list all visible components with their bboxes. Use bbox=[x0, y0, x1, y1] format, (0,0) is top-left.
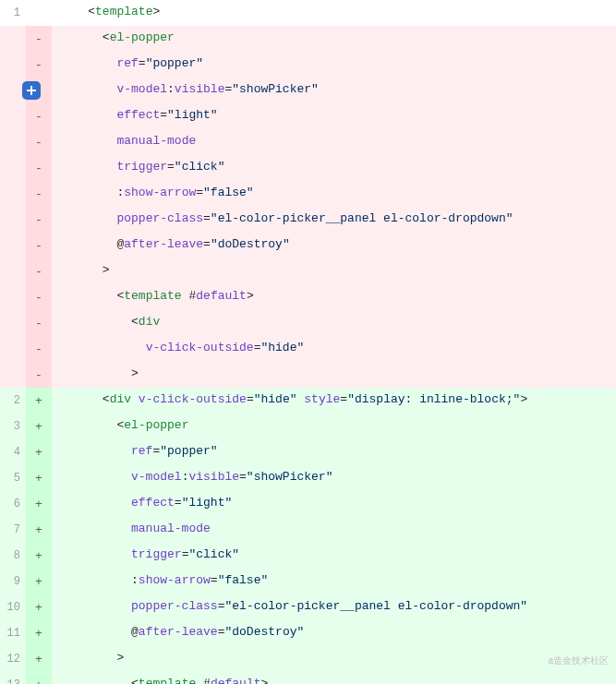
code-content: <el-popper bbox=[52, 414, 616, 439]
line-number bbox=[0, 310, 26, 336]
diff-marker: - bbox=[26, 52, 52, 78]
code-content: popper-class="el-color-picker__panel el-… bbox=[52, 207, 616, 233]
diff-marker: + bbox=[26, 465, 52, 491]
code-content: <template #default> bbox=[52, 672, 616, 684]
diff-marker: - bbox=[26, 26, 52, 52]
diff-line[interactable]: 11+ @after-leave="doDestroy" bbox=[0, 620, 616, 646]
code-content: > bbox=[52, 646, 616, 672]
code-content: manual-mode bbox=[52, 129, 616, 155]
diff-line[interactable]: - popper-class="el-color-picker__panel e… bbox=[0, 207, 616, 233]
diff-marker: - bbox=[26, 103, 52, 129]
line-number: 8 bbox=[0, 543, 26, 569]
diff-line[interactable]: - v-model:visible="showPicker" bbox=[0, 78, 616, 103]
line-number bbox=[0, 284, 26, 310]
diff-view: 1 <template>- <el-popper- ref="popper"- … bbox=[0, 0, 616, 684]
diff-marker: + bbox=[26, 543, 52, 569]
diff-marker: - bbox=[26, 207, 52, 233]
diff-line[interactable]: - <div bbox=[0, 310, 616, 336]
line-number bbox=[0, 207, 26, 233]
code-content: <div bbox=[52, 310, 616, 336]
diff-line[interactable]: - effect="light" bbox=[0, 103, 616, 129]
code-content: <el-popper bbox=[52, 26, 616, 52]
line-number: 7 bbox=[0, 517, 26, 543]
code-content: <div v-click-outside="hide" style="displ… bbox=[52, 388, 616, 414]
diff-line[interactable]: 1 <template> bbox=[0, 0, 616, 26]
diff-marker: + bbox=[26, 414, 52, 439]
code-content: popper-class="el-color-picker__panel el-… bbox=[52, 594, 616, 620]
line-number: 13 bbox=[0, 672, 26, 684]
code-content: trigger="click" bbox=[52, 155, 616, 181]
diff-marker: + bbox=[26, 569, 52, 594]
code-content: v-click-outside="hide" bbox=[52, 336, 616, 362]
diff-line[interactable]: - > bbox=[0, 362, 616, 388]
diff-marker: + bbox=[26, 672, 52, 684]
diff-marker: + bbox=[26, 439, 52, 465]
line-number: 1 bbox=[0, 0, 26, 26]
plus-icon bbox=[26, 85, 37, 96]
expand-button[interactable] bbox=[22, 81, 41, 100]
code-content: manual-mode bbox=[52, 517, 616, 543]
line-number: 6 bbox=[0, 491, 26, 517]
diff-line[interactable]: 12+ > bbox=[0, 646, 616, 672]
diff-marker bbox=[26, 0, 52, 26]
line-number bbox=[0, 129, 26, 155]
diff-marker: - bbox=[26, 362, 52, 388]
line-number bbox=[0, 103, 26, 129]
line-number: 10 bbox=[0, 594, 26, 620]
diff-marker: - bbox=[26, 129, 52, 155]
diff-line[interactable]: - manual-mode bbox=[0, 129, 616, 155]
code-content: ref="popper" bbox=[52, 52, 616, 78]
diff-line[interactable]: 9+ :show-arrow="false" bbox=[0, 569, 616, 594]
line-number bbox=[0, 233, 26, 258]
line-number bbox=[0, 155, 26, 181]
code-content: <template #default> bbox=[52, 284, 616, 310]
diff-line[interactable]: 5+ v-model:visible="showPicker" bbox=[0, 465, 616, 491]
diff-marker: - bbox=[26, 181, 52, 207]
diff-line[interactable]: - > bbox=[0, 258, 616, 284]
line-number bbox=[0, 52, 26, 78]
diff-marker: + bbox=[26, 491, 52, 517]
line-number bbox=[0, 258, 26, 284]
code-content: > bbox=[52, 362, 616, 388]
diff-line[interactable]: - @after-leave="doDestroy" bbox=[0, 233, 616, 258]
diff-marker: - bbox=[26, 310, 52, 336]
line-number bbox=[0, 336, 26, 362]
diff-line[interactable]: - <template #default> bbox=[0, 284, 616, 310]
line-number: 9 bbox=[0, 569, 26, 594]
diff-marker: + bbox=[26, 594, 52, 620]
diff-line[interactable]: 3+ <el-popper bbox=[0, 414, 616, 439]
diff-line[interactable]: 7+ manual-mode bbox=[0, 517, 616, 543]
code-content: effect="light" bbox=[52, 103, 616, 129]
diff-line[interactable]: 6+ effect="light" bbox=[0, 491, 616, 517]
diff-marker: + bbox=[26, 388, 52, 414]
diff-line[interactable]: - ref="popper" bbox=[0, 52, 616, 78]
svg-rect-1 bbox=[27, 90, 36, 91]
line-number: 4 bbox=[0, 439, 26, 465]
code-content: effect="light" bbox=[52, 491, 616, 517]
code-content: @after-leave="doDestroy" bbox=[52, 233, 616, 258]
line-number bbox=[0, 181, 26, 207]
code-content: > bbox=[52, 258, 616, 284]
diff-line[interactable]: - v-click-outside="hide" bbox=[0, 336, 616, 362]
code-content: :show-arrow="false" bbox=[52, 569, 616, 594]
code-content: v-model:visible="showPicker" bbox=[52, 465, 616, 491]
diff-marker: - bbox=[26, 258, 52, 284]
diff-line[interactable]: - :show-arrow="false" bbox=[0, 181, 616, 207]
diff-line[interactable]: - <el-popper bbox=[0, 26, 616, 52]
diff-marker: - bbox=[26, 233, 52, 258]
watermark-text: a造金技术社区 bbox=[548, 654, 609, 667]
line-number: 11 bbox=[0, 620, 26, 646]
diff-line[interactable]: 4+ ref="popper" bbox=[0, 439, 616, 465]
diff-marker: - bbox=[26, 336, 52, 362]
line-number bbox=[0, 26, 26, 52]
diff-line[interactable]: 8+ trigger="click" bbox=[0, 543, 616, 569]
code-content: :show-arrow="false" bbox=[52, 181, 616, 207]
diff-marker: + bbox=[26, 517, 52, 543]
diff-line[interactable]: 13+ <template #default> bbox=[0, 672, 616, 684]
diff-line[interactable]: - trigger="click" bbox=[0, 155, 616, 181]
line-number: 2 bbox=[0, 388, 26, 414]
line-number: 5 bbox=[0, 465, 26, 491]
diff-line[interactable]: 2+ <div v-click-outside="hide" style="di… bbox=[0, 388, 616, 414]
code-content: trigger="click" bbox=[52, 543, 616, 569]
diff-line[interactable]: 10+ popper-class="el-color-picker__panel… bbox=[0, 594, 616, 620]
